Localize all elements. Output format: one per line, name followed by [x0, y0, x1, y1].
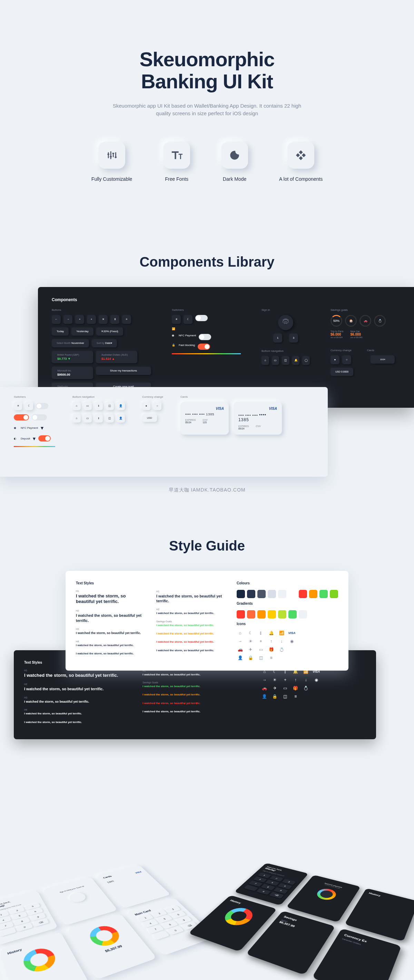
heading-label: H1: [76, 590, 142, 592]
moon-icon[interactable]: ☾: [183, 315, 193, 324]
lock-icon: 🔒: [172, 344, 176, 350]
color-swatch: [320, 590, 328, 598]
nfc-icon: ◉: [172, 334, 176, 340]
plus-button[interactable]: +: [75, 315, 84, 324]
usd-chip[interactable]: USD 0.0000: [331, 368, 353, 376]
nfc-label: NFC Payment: [21, 426, 38, 430]
usd-chip[interactable]: USD: [142, 414, 157, 422]
nav-bell-icon[interactable]: ◫: [105, 402, 114, 410]
pause-button[interactable]: ⏸: [110, 315, 119, 324]
add-button[interactable]: +: [87, 315, 96, 324]
rainbow-slider[interactable]: [14, 446, 55, 447]
mockups-section: Welcome back,Mikolaj!Sign in using your …: [0, 843, 414, 980]
section-style-title: Style Guide: [0, 538, 414, 554]
nav-chart-icon[interactable]: ⫿: [94, 414, 103, 423]
toggle[interactable]: [32, 414, 47, 420]
lock-icon: 🔒: [247, 655, 254, 660]
close-button[interactable]: ✕: [99, 315, 108, 324]
toggle[interactable]: [14, 414, 29, 420]
fixed-button[interactable]: ✕ 20% (Fixed): [96, 327, 123, 336]
theme-toggle[interactable]: [195, 315, 208, 321]
currency-tab[interactable]: ●: [142, 402, 150, 410]
theme-toggle[interactable]: [36, 403, 48, 409]
sun-icon[interactable]: ☀: [14, 402, 22, 410]
nav-bell-icon[interactable]: 🔔: [292, 356, 300, 365]
car-icon: 🚗: [261, 686, 268, 690]
sample-text: I watched the storm, so beautiful yet te…: [24, 712, 129, 716]
dark-mockups: Welcome back,Mikolaj!Sign in using your …: [181, 863, 414, 980]
credit-card[interactable]: VISA •••• •••• •••• 1385 EXPIRES05/24CVV…: [180, 402, 229, 434]
fast-toggle[interactable]: [198, 344, 210, 350]
goal-car: New Car$6.000out of $3.000: [350, 330, 362, 338]
nfc-label: NFC Payment: [179, 334, 196, 340]
light-mockups: Welcome back,Mikolaj!Sign in using your …: [0, 863, 233, 980]
color-swatch: [288, 590, 297, 598]
currency-tab[interactable]: ●: [331, 355, 339, 364]
nav-home-icon[interactable]: ⌂: [72, 414, 81, 423]
currency-tab[interactable]: ○: [342, 355, 351, 364]
sort-select[interactable]: Sort by Date ▾: [92, 339, 117, 347]
grid-icon: ◫: [257, 655, 264, 660]
sliders-icon: [98, 142, 125, 169]
nav-card-icon[interactable]: ▭: [83, 402, 92, 410]
sample-text: I watched the storm, so beautiful yet te…: [156, 649, 223, 652]
gradient-swatch: [257, 610, 266, 619]
moon-icon[interactable]: ☾: [25, 402, 33, 410]
sample-text: I watched the storm, so beautiful yet te…: [76, 631, 142, 635]
deposit-toggle[interactable]: [38, 435, 51, 442]
nav-user-icon[interactable]: 👤: [116, 414, 125, 423]
fingerprint-ring[interactable]: [314, 887, 339, 901]
nav-bell-icon[interactable]: ◫: [105, 414, 114, 423]
sample-text: I watched the storm, so beautiful yet te…: [142, 685, 247, 688]
yesterday-button[interactable]: Yesterday: [72, 327, 93, 336]
panel-title: Components: [52, 298, 400, 302]
month-select[interactable]: Select Month November: [52, 339, 89, 347]
gradient-swatch: [309, 610, 317, 619]
aud-card[interactable]: Australian Dollars (AUD)$1.514 ▲: [96, 351, 137, 363]
ring-icon: 💍: [303, 686, 309, 690]
sample-text: I watched the storm, so beautiful yet te…: [142, 702, 247, 705]
nav-card-icon[interactable]: ▭: [83, 414, 92, 423]
transactions-link[interactable]: Show my transactions: [96, 367, 151, 375]
deposit-label: Deposit: [21, 437, 30, 440]
nav-card-icon[interactable]: ▭: [272, 356, 279, 365]
sample-text: I watched the storm, so beautiful yet te…: [24, 721, 129, 724]
nav-home-icon[interactable]: ⌂: [261, 356, 269, 365]
heading-label: H4: [24, 708, 129, 711]
sample-text: I watched the storm, so beautiful yet te…: [156, 624, 223, 627]
nav-user-icon[interactable]: 👤: [116, 402, 125, 410]
fingerprint-icon[interactable]: [278, 315, 293, 330]
menu-icon: ≡: [268, 655, 275, 660]
ms-card[interactable]: Microsoft Inc.$9500.00: [52, 367, 93, 379]
wifi-icon: 📶: [278, 630, 285, 635]
feature-darkmode: Dark Mode: [221, 142, 248, 182]
gradient-swatch: [247, 610, 255, 619]
today-button[interactable]: Today: [52, 327, 68, 336]
nav-chart-icon[interactable]: ⫿: [94, 402, 103, 410]
visa-logo: VISA: [185, 407, 224, 410]
group-label: Buttons: [52, 309, 151, 312]
arrow-right-button[interactable]: →: [64, 315, 72, 324]
credit-card[interactable]: 10/24: [371, 355, 395, 364]
keypad-1[interactable]: 1: [273, 334, 282, 342]
heading-label: H2: [156, 608, 223, 611]
arrow-left-button[interactable]: ←: [52, 315, 61, 324]
fingerprint-icon[interactable]: [67, 891, 88, 904]
group-label: Bottom navigation: [261, 350, 310, 353]
nav-home-icon[interactable]: ⌂: [72, 402, 81, 410]
keypad-3[interactable]: 3: [289, 334, 298, 342]
sample-text: I watched the storm, so beautiful yet te…: [156, 640, 223, 644]
credit-card[interactable]: VISA •••• •••• •••• •••• 1385 EXPIRES05/…: [234, 402, 282, 434]
currency-tab[interactable]: ○: [153, 402, 161, 410]
nav-user-icon[interactable]: ◯: [302, 356, 310, 365]
sample-text: I watched the storm, so beautiful yet te…: [76, 613, 142, 623]
nfc-toggle[interactable]: [199, 334, 211, 340]
gbp-card[interactable]: British Pound (GBP)$0.773 ▼: [52, 351, 93, 363]
style-guide-light: Text Styles H1 I watched the storm, so b…: [65, 571, 349, 671]
menu-button[interactable]: ≡: [122, 315, 131, 324]
card-number: •••• •••• •••• •••• 1385: [239, 412, 277, 422]
sun-icon[interactable]: ☀: [172, 315, 181, 324]
nav-chart-icon[interactable]: ◫: [282, 356, 290, 365]
sample-text: I watched the storm, so beautiful yet te…: [24, 686, 129, 691]
rainbow-slider[interactable]: [172, 353, 241, 354]
